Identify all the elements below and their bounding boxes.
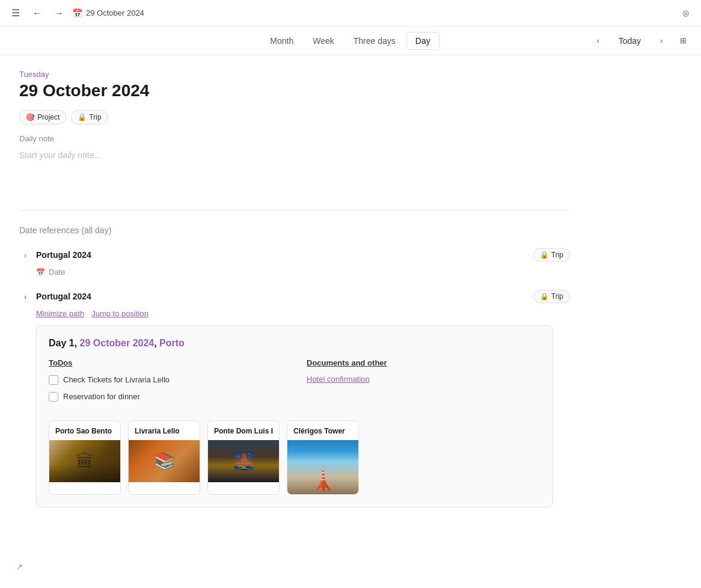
docs-heading[interactable]: Documents and other (307, 358, 540, 367)
tab-three-days[interactable]: Three days (345, 32, 404, 49)
ref-header-left-2: › Portugal 2024 (19, 290, 91, 302)
date-refs-heading: Date references (all day) (19, 225, 570, 235)
place-card-title-2: Ponte Dom Luis I (208, 421, 279, 440)
target-button[interactable]: ◎ (677, 5, 694, 22)
ref-header-1: › Portugal 2024 🔒 Trip (19, 245, 570, 265)
top-bar-right: ◎ (677, 5, 694, 22)
place-cards: Porto Sao Bento Livraria Lello Ponte Dom… (49, 420, 540, 495)
todo-item-1: Reservation for dinner (49, 391, 283, 402)
ref-badge-label-1: Trip (551, 251, 563, 259)
todo-text-0: Check Tickets for Livraria Lello (63, 375, 170, 385)
ref-header-2: › Portugal 2024 🔒 Trip (19, 286, 570, 307)
forward-button[interactable]: → (51, 5, 67, 22)
ref-title-2: Portugal 2024 (36, 292, 91, 301)
place-card-img-1 (129, 440, 200, 482)
embedded-card: Day 1, 29 October 2024, Porto ToDos Chec… (36, 325, 553, 507)
place-card-title-0: Porto Sao Bento (49, 421, 120, 440)
ref-sub-1: 📅 Date (19, 265, 570, 279)
doc-link-0[interactable]: Hotel confirmation (307, 375, 540, 384)
menu-button[interactable]: ☰ (7, 5, 24, 22)
ref-badge-icon-1: 🔒 (540, 251, 549, 259)
top-bar: ☰ ← → 📅 29 October 2024 ◎ (0, 0, 701, 26)
chevron-btn-2[interactable]: › (19, 290, 31, 302)
todo-checkbox-1[interactable] (49, 392, 58, 402)
trip-icon: 🔒 (78, 113, 87, 121)
place-card-title-3: Clérigos Tower (287, 421, 358, 440)
todos-column: ToDos Check Tickets for Livraria Lello R… (49, 358, 283, 408)
todos-heading[interactable]: ToDos (49, 358, 283, 367)
todo-item-0: Check Tickets for Livraria Lello (49, 375, 283, 385)
date-heading: 29 October 2024 (19, 81, 570, 100)
chevron-btn-1[interactable]: › (19, 249, 31, 261)
place-card-title-1: Livraria Lello (129, 421, 200, 440)
layout-button[interactable]: ⊞ (675, 32, 691, 49)
share-button[interactable]: ↗ (10, 557, 29, 576)
ref-badge-label-2: Trip (551, 292, 563, 301)
weekday-label: Tuesday (19, 70, 570, 79)
next-button[interactable]: › (653, 32, 670, 49)
tag-trip[interactable]: 🔒 Trip (71, 110, 108, 124)
date-refs-title: Date references (19, 225, 79, 235)
minimize-path-link[interactable]: Minimize path (36, 309, 84, 318)
place-card-livraria-lello[interactable]: Livraria Lello (128, 420, 200, 495)
tag-project[interactable]: 🎯 Project (19, 110, 66, 124)
tag-project-label: Project (37, 113, 60, 121)
place-card-porto-sao-bento[interactable]: Porto Sao Bento (49, 420, 121, 495)
place-card-img-0 (49, 440, 120, 482)
ref-item-2: › Portugal 2024 🔒 Trip Minimize path Jum… (19, 286, 570, 507)
ref-item-1: › Portugal 2024 🔒 Trip 📅 Date (19, 245, 570, 279)
project-icon: 🎯 (26, 113, 35, 121)
ref-title-1: Portugal 2024 (36, 250, 91, 260)
city-link[interactable]: Porto (159, 338, 185, 348)
tab-day[interactable]: Day (406, 32, 439, 50)
main-content: Tuesday 29 October 2024 🎯 Project 🔒 Trip… (0, 55, 589, 529)
ref-header-left-1: › Portugal 2024 (19, 249, 91, 261)
date-link[interactable]: 29 October 2024 (80, 338, 155, 348)
ref-sub-icon-1: 📅 (36, 268, 45, 277)
tab-month[interactable]: Month (262, 32, 302, 49)
top-bar-left: ☰ ← → 📅 29 October 2024 (7, 5, 144, 22)
calendar-icon: 📅 (72, 8, 82, 18)
day-prefix: Day 1, (49, 338, 77, 348)
date-refs-subtitle: (all day) (82, 225, 112, 235)
tab-week[interactable]: Week (304, 32, 343, 49)
breadcrumb: 📅 29 October 2024 (72, 8, 144, 18)
place-card-img-3 (287, 440, 358, 494)
ref-actions-2: Minimize path Jump to position (19, 307, 570, 320)
nav-right: ‹ Today › ⊞ (590, 32, 691, 49)
breadcrumb-text: 29 October 2024 (86, 8, 144, 17)
todo-checkbox-0[interactable] (49, 375, 58, 385)
place-card-ponte-dom[interactable]: Ponte Dom Luis I (207, 420, 280, 495)
place-card-clerigios[interactable]: Clérigos Tower (287, 420, 359, 495)
back-button[interactable]: ← (29, 5, 46, 22)
view-tabs: Month Week Three days Day (262, 32, 439, 50)
ref-badge-2[interactable]: 🔒 Trip (533, 290, 570, 303)
ref-badge-icon-2: 🔒 (540, 292, 549, 301)
daily-note-input[interactable]: Start your daily note... (19, 148, 570, 196)
ref-sub-label-1: Date (49, 268, 65, 277)
card-columns: ToDos Check Tickets for Livraria Lello R… (49, 358, 540, 408)
divider (19, 210, 570, 211)
daily-note-label: Daily note (19, 134, 570, 143)
place-card-img-2 (208, 440, 279, 482)
tags-row: 🎯 Project 🔒 Trip (19, 110, 570, 124)
ref-badge-1[interactable]: 🔒 Trip (533, 248, 570, 262)
today-button[interactable]: Today (611, 33, 648, 49)
docs-column: Documents and other Hotel confirmation (307, 358, 540, 408)
tag-trip-label: Trip (89, 113, 101, 121)
todo-text-1: Reservation for dinner (63, 391, 140, 402)
jump-to-position-link[interactable]: Jump to position (91, 309, 148, 318)
prev-button[interactable]: ‹ (590, 32, 607, 49)
view-bar: Month Week Three days Day ‹ Today › ⊞ (0, 26, 701, 55)
card-day-title: Day 1, 29 October 2024, Porto (49, 338, 540, 349)
